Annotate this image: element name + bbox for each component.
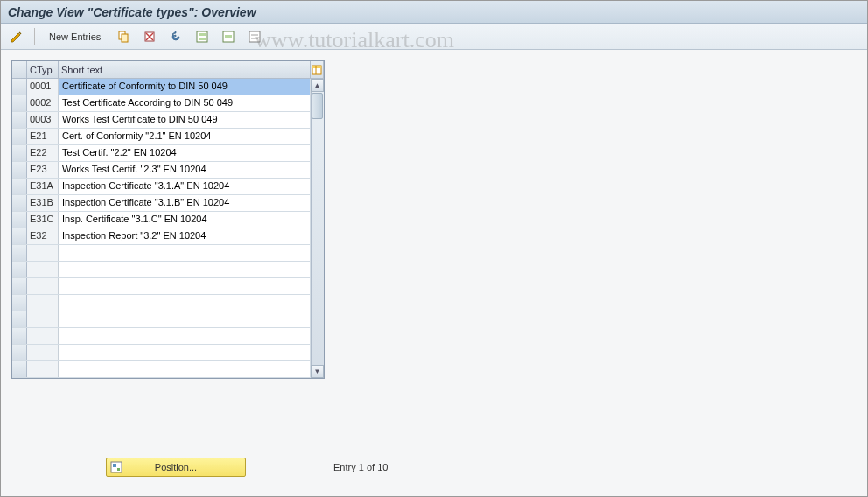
table-row[interactable] [12, 361, 324, 378]
cell-short-text[interactable]: Insp. Certificate "3.1.C" EN 10204 [59, 212, 311, 228]
table-row[interactable]: E22Test Certif. "2.2" EN 10204 [12, 145, 324, 162]
cell-short-text[interactable]: Inspection Certificate "3.1.B" EN 10204 [59, 195, 311, 211]
position-button[interactable]: Position... [106, 458, 246, 477]
cell-short-text[interactable] [59, 328, 311, 344]
grid-corner-cell[interactable] [12, 61, 27, 78]
toggle-display-change-button[interactable] [6, 27, 27, 46]
cell-ctyp[interactable] [27, 262, 59, 277]
scroll-up-button[interactable]: ▲ [311, 79, 324, 92]
svg-rect-17 [113, 464, 116, 467]
table-settings-icon [312, 63, 322, 77]
row-selector[interactable] [12, 212, 27, 228]
cell-ctyp[interactable] [27, 328, 59, 344]
table-row[interactable] [12, 262, 324, 278]
table-row[interactable]: E23Works Test Certif. "2.3" EN 10204 [12, 162, 324, 178]
cell-ctyp[interactable]: E31B [27, 195, 59, 211]
cell-short-text[interactable]: Inspection Certificate "3.1.A" EN 10204 [59, 178, 311, 194]
svg-rect-6 [199, 33, 206, 36]
scroll-down-button[interactable]: ▼ [311, 365, 324, 378]
cell-ctyp[interactable]: E21 [27, 129, 59, 144]
row-selector[interactable] [12, 328, 27, 344]
cell-short-text[interactable]: Works Test Certificate to DIN 50 049 [59, 112, 311, 128]
cell-ctyp[interactable] [27, 245, 59, 261]
cell-ctyp[interactable]: E23 [27, 162, 59, 178]
row-selector[interactable] [12, 295, 27, 311]
cell-short-text[interactable] [59, 278, 311, 294]
cell-ctyp[interactable]: E32 [27, 228, 59, 244]
cell-ctyp[interactable] [27, 361, 59, 377]
cell-short-text[interactable] [59, 345, 311, 360]
cell-ctyp[interactable] [27, 312, 59, 327]
cell-short-text[interactable]: Certificate of Conformity to DIN 50 049 [59, 79, 311, 94]
cell-short-text[interactable]: Test Certif. "2.2" EN 10204 [59, 145, 311, 161]
table-row[interactable]: E31BInspection Certificate "3.1.B" EN 10… [12, 195, 324, 212]
table-row[interactable]: E31CInsp. Certificate "3.1.C" EN 10204 [12, 212, 324, 228]
cell-ctyp[interactable]: 0001 [27, 79, 59, 94]
row-selector[interactable] [12, 312, 27, 327]
table-row[interactable] [12, 295, 324, 312]
table-row[interactable] [12, 345, 324, 361]
row-selector[interactable] [12, 262, 27, 277]
deselect-all-icon [248, 30, 262, 44]
cell-ctyp[interactable]: E31C [27, 212, 59, 228]
table-row[interactable]: 0003Works Test Certificate to DIN 50 049 [12, 112, 324, 129]
copy-as-button[interactable] [113, 27, 134, 46]
new-entries-button[interactable]: New Entries [42, 27, 108, 46]
row-selector[interactable] [12, 129, 27, 144]
table-row[interactable] [12, 328, 324, 345]
grid-configure-button[interactable] [311, 61, 324, 78]
cell-ctyp[interactable]: E31A [27, 178, 59, 194]
table-row[interactable]: 0001Certificate of Conformity to DIN 50 … [12, 79, 324, 95]
cell-ctyp[interactable] [27, 278, 59, 294]
column-header-short-text[interactable]: Short text [59, 61, 311, 78]
row-selector[interactable] [12, 112, 27, 128]
undo-button[interactable] [165, 27, 186, 46]
row-selector[interactable] [12, 245, 27, 261]
cell-short-text[interactable] [59, 295, 311, 311]
toolbar-separator [34, 28, 35, 46]
row-selector[interactable] [12, 162, 27, 178]
certificate-types-grid: CTyp Short text 0001Certificate of Confo… [11, 60, 325, 379]
svg-rect-14 [312, 66, 321, 68]
cell-short-text[interactable] [59, 262, 311, 277]
window-title: Change View "Certificate types": Overvie… [1, 1, 867, 24]
table-row[interactable] [12, 278, 324, 295]
delete-button[interactable] [139, 27, 160, 46]
row-selector[interactable] [12, 95, 27, 111]
cell-short-text[interactable]: Cert. of Conformity "2.1" EN 10204 [59, 129, 311, 144]
cell-short-text[interactable]: Inspection Report "3.2" EN 10204 [59, 228, 311, 244]
deselect-all-button[interactable] [244, 27, 265, 46]
table-row[interactable]: 0002Test Certificate According to DIN 50… [12, 95, 324, 112]
row-selector[interactable] [12, 345, 27, 360]
row-selector[interactable] [12, 361, 27, 377]
cell-ctyp[interactable]: 0002 [27, 95, 59, 111]
select-block-icon [221, 30, 235, 44]
new-entries-label: New Entries [49, 32, 101, 42]
pencil-ruler-icon [10, 30, 24, 44]
select-all-button[interactable] [192, 27, 213, 46]
grid-scrollbar[interactable]: ▲ ▼ [311, 79, 324, 378]
row-selector[interactable] [12, 79, 27, 94]
table-row[interactable]: E32Inspection Report "3.2" EN 10204 [12, 228, 324, 245]
cell-ctyp[interactable] [27, 295, 59, 311]
row-selector[interactable] [12, 178, 27, 194]
cell-short-text[interactable] [59, 312, 311, 327]
row-selector[interactable] [12, 145, 27, 161]
cell-short-text[interactable]: Test Certificate According to DIN 50 049 [59, 95, 311, 111]
column-header-ctyp[interactable]: CTyp [27, 61, 59, 78]
cell-ctyp[interactable]: E22 [27, 145, 59, 161]
table-row[interactable]: E31AInspection Certificate "3.1.A" EN 10… [12, 178, 324, 195]
cell-short-text[interactable] [59, 361, 311, 377]
table-row[interactable]: E21Cert. of Conformity "2.1" EN 10204 [12, 129, 324, 145]
table-row[interactable] [12, 312, 324, 328]
cell-short-text[interactable]: Works Test Certif. "2.3" EN 10204 [59, 162, 311, 178]
row-selector[interactable] [12, 278, 27, 294]
cell-ctyp[interactable] [27, 345, 59, 360]
scroll-thumb[interactable] [312, 93, 323, 119]
table-row[interactable] [12, 245, 324, 262]
cell-short-text[interactable] [59, 245, 311, 261]
cell-ctyp[interactable]: 0003 [27, 112, 59, 128]
row-selector[interactable] [12, 195, 27, 211]
select-block-button[interactable] [218, 27, 239, 46]
row-selector[interactable] [12, 228, 27, 244]
